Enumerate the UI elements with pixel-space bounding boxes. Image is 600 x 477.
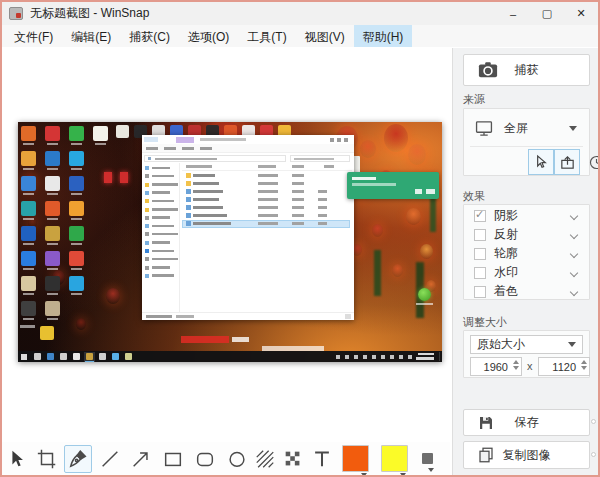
width-input[interactable]: 1960: [470, 357, 522, 376]
nav-bullet: [145, 257, 149, 261]
wallpaper-small-text: [20, 325, 35, 328]
taskbar-icon: [73, 353, 80, 360]
height-input[interactable]: 1120: [538, 357, 590, 376]
icon-label: [23, 318, 34, 320]
file-type: [292, 222, 304, 225]
file-size: [318, 214, 327, 217]
lantern: [392, 264, 403, 277]
tool-text-button[interactable]: [308, 445, 336, 473]
effect-checkbox[interactable]: [474, 286, 486, 298]
lantern: [384, 124, 408, 152]
resize-mode-value: 原始大小: [477, 336, 568, 353]
maximize-button[interactable]: ▢: [530, 2, 564, 25]
effect-checkbox[interactable]: [474, 267, 486, 279]
menu-item[interactable]: 文件(F): [5, 25, 62, 47]
menu-item[interactable]: 编辑(E): [62, 25, 120, 47]
close-button[interactable]: ✕: [564, 2, 598, 25]
file-name: [193, 222, 231, 225]
tool-pen-button[interactable]: [64, 445, 92, 473]
tool-crop-button[interactable]: [33, 445, 61, 473]
ribbon-text: [146, 147, 158, 150]
tool-arrow-button[interactable]: [127, 445, 155, 473]
taskbar: [18, 351, 442, 362]
nav-text: [152, 216, 170, 219]
wallpaper-red-text: [181, 336, 229, 343]
toast-title: [352, 177, 376, 180]
desktop-icon: [21, 226, 36, 241]
menu-item[interactable]: 帮助(H): [354, 25, 413, 47]
notification-toast: [347, 172, 439, 199]
desktop-icon: [69, 226, 84, 241]
timer-capture-button[interactable]: [583, 149, 600, 175]
menu-item[interactable]: 视图(V): [296, 25, 354, 47]
menu-item[interactable]: 选项(O): [179, 25, 238, 47]
capture-button[interactable]: 捕获: [463, 54, 590, 86]
spinner-arrows-icon[interactable]: [581, 360, 587, 370]
effect-label: 阴影: [494, 207, 571, 224]
nav-bullet: [145, 199, 149, 203]
file-date: [258, 222, 278, 225]
color-swatch-secondary[interactable]: [381, 445, 408, 472]
effect-checkbox[interactable]: [474, 248, 486, 260]
window-control-dot: [344, 138, 348, 142]
tool-rounded-rectangle-button[interactable]: [191, 445, 219, 473]
desktop-icon: [21, 151, 36, 166]
nav-bullet: [145, 232, 149, 236]
nav-bullet: [145, 183, 149, 187]
chevron-down-icon[interactable]: [570, 268, 578, 276]
chevron-down-icon[interactable]: [570, 249, 578, 257]
desktop-icon: [21, 176, 36, 191]
color-swatch-primary[interactable]: [342, 445, 369, 472]
icon-label: [23, 218, 34, 220]
foreground-window-toggle[interactable]: [554, 149, 580, 175]
swatch-dropdown-icon: [428, 468, 434, 472]
effect-checkbox[interactable]: [474, 229, 486, 241]
screenshot-preview-image[interactable]: [18, 122, 442, 362]
arrow-icon: [130, 448, 152, 470]
source-dropdown[interactable]: 全屏: [464, 114, 589, 142]
lantern: [420, 244, 433, 259]
effect-row: 阴影: [464, 206, 589, 225]
icon-label: [71, 243, 82, 245]
file-icon: [186, 205, 191, 210]
tool-ellipse-button[interactable]: [223, 445, 251, 473]
chevron-down-icon[interactable]: [570, 287, 578, 295]
effect-checkbox[interactable]: [474, 210, 486, 222]
chevron-down-icon[interactable]: [570, 211, 578, 219]
menu-item[interactable]: 工具(T): [238, 25, 295, 47]
nav-text: [152, 241, 170, 244]
save-button[interactable]: 保存: [463, 409, 590, 436]
spinner-arrows-icon[interactable]: [513, 360, 519, 370]
icon-label: [71, 143, 82, 145]
chevron-down-icon[interactable]: [570, 230, 578, 238]
file-type: [292, 190, 304, 193]
tool-highlight-button[interactable]: [251, 445, 279, 473]
icon-label: [23, 293, 34, 295]
tool-rectangle-button[interactable]: [159, 445, 187, 473]
taskbar-icon: [125, 353, 132, 360]
desktop-icon: [45, 176, 60, 191]
tool-pixelate-button[interactable]: [279, 445, 307, 473]
effect-row: 水印: [464, 263, 589, 282]
icon-label: [47, 168, 58, 170]
file-icon: [186, 173, 191, 178]
icon-label: [71, 293, 82, 295]
tray-icon: [390, 355, 394, 359]
nav-bullet: [145, 216, 149, 220]
tray-icon: [399, 355, 403, 359]
menu-item[interactable]: 捕获(C): [120, 25, 179, 47]
minimize-button[interactable]: –: [496, 2, 530, 25]
copy-image-button[interactable]: 复制图像: [463, 441, 590, 469]
tool-line-button[interactable]: [96, 445, 124, 473]
clock-text: [416, 357, 434, 360]
tool-select-button[interactable]: [3, 445, 31, 473]
size-swatch[interactable]: [422, 453, 433, 464]
resize-mode-dropdown[interactable]: 原始大小: [470, 335, 583, 354]
cursor-capture-toggle[interactable]: [528, 149, 554, 175]
file-date: [258, 206, 278, 209]
icon-label: [416, 303, 433, 305]
copy-icon: [477, 446, 495, 464]
icon-label: [47, 143, 58, 145]
nav-text: [152, 200, 174, 203]
nav-bullet: [145, 174, 149, 178]
